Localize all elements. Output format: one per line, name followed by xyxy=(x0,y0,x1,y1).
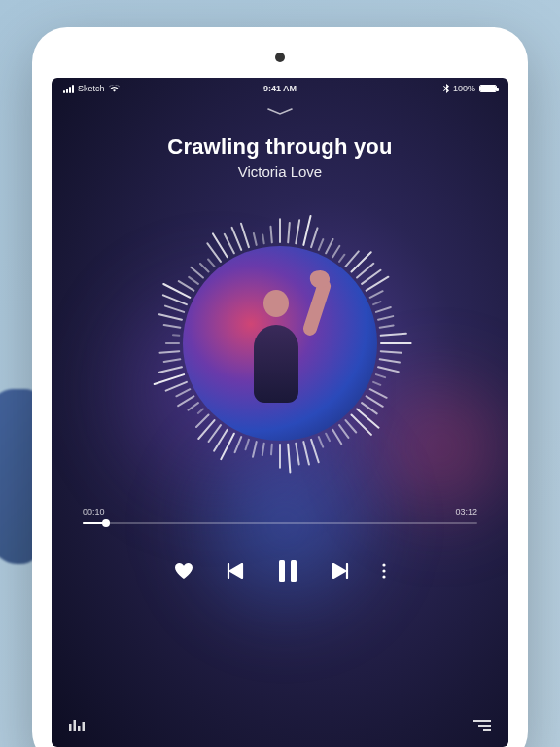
svg-line-53 xyxy=(178,396,193,406)
svg-line-70 xyxy=(200,264,209,272)
elapsed-time: 00:10 xyxy=(83,507,105,516)
svg-line-67 xyxy=(179,281,194,291)
svg-line-5 xyxy=(319,239,324,250)
svg-line-55 xyxy=(166,382,187,391)
collapse-button[interactable] xyxy=(52,103,508,121)
previous-button[interactable] xyxy=(227,563,244,579)
svg-line-79 xyxy=(271,227,272,243)
svg-line-45 xyxy=(235,437,242,452)
svg-line-33 xyxy=(332,430,341,445)
svg-line-25 xyxy=(373,382,380,385)
svg-rect-86 xyxy=(74,720,77,731)
svg-line-36 xyxy=(311,440,319,462)
svg-line-63 xyxy=(159,314,182,320)
pause-icon xyxy=(277,559,298,583)
svg-line-32 xyxy=(339,425,348,438)
svg-line-43 xyxy=(253,442,257,457)
svg-line-76 xyxy=(241,224,249,247)
svg-rect-87 xyxy=(78,726,81,731)
svg-line-14 xyxy=(370,291,383,298)
track-header: Crawling through you Victoria Love xyxy=(52,134,508,180)
svg-line-16 xyxy=(376,307,391,312)
status-left: Sketch xyxy=(63,84,120,93)
bluetooth-icon xyxy=(443,84,449,93)
playback-controls xyxy=(52,559,508,583)
svg-line-50 xyxy=(196,415,209,428)
heart-icon xyxy=(174,562,193,580)
svg-point-82 xyxy=(382,563,385,566)
battery-icon xyxy=(479,85,497,92)
svg-line-69 xyxy=(191,267,203,278)
svg-line-22 xyxy=(380,359,400,362)
status-bar: Sketch 9:41 AM 100% xyxy=(52,78,508,93)
svg-line-34 xyxy=(326,434,330,441)
svg-rect-88 xyxy=(83,722,86,731)
svg-line-39 xyxy=(288,445,290,473)
svg-line-52 xyxy=(189,403,198,410)
svg-line-56 xyxy=(155,374,184,384)
svg-line-23 xyxy=(378,367,399,372)
svg-line-27 xyxy=(367,396,383,407)
bottom-bar xyxy=(52,718,508,735)
svg-line-58 xyxy=(164,359,181,362)
progress-section: 00:10 03:12 xyxy=(83,507,477,524)
svg-rect-91 xyxy=(483,729,491,731)
album-art xyxy=(183,246,377,441)
svg-line-78 xyxy=(262,235,263,244)
status-time: 9:41 AM xyxy=(263,84,297,93)
svg-line-15 xyxy=(373,302,380,304)
svg-line-71 xyxy=(208,260,214,267)
svg-line-61 xyxy=(173,335,179,336)
svg-line-65 xyxy=(163,295,187,304)
status-right: 100% xyxy=(443,84,497,93)
svg-line-59 xyxy=(160,351,180,353)
svg-line-2 xyxy=(296,220,299,243)
svg-line-11 xyxy=(357,264,373,278)
svg-line-77 xyxy=(254,233,257,245)
svg-line-31 xyxy=(346,420,357,432)
signal-icon xyxy=(63,85,74,93)
svg-line-51 xyxy=(198,409,203,413)
svg-line-74 xyxy=(225,234,234,253)
svg-point-83 xyxy=(382,569,385,572)
tablet-camera xyxy=(275,53,285,62)
svg-line-54 xyxy=(176,389,190,396)
svg-line-64 xyxy=(165,306,184,312)
svg-line-37 xyxy=(303,442,309,465)
svg-point-84 xyxy=(382,575,385,578)
svg-line-19 xyxy=(381,334,406,336)
svg-rect-90 xyxy=(478,725,491,727)
menu-icon xyxy=(473,720,491,731)
svg-rect-89 xyxy=(473,720,491,722)
svg-line-6 xyxy=(326,239,332,253)
equalizer-icon xyxy=(69,718,85,731)
duration-time: 03:12 xyxy=(455,507,477,516)
battery-percent: 100% xyxy=(453,84,475,93)
chevron-down-icon xyxy=(266,107,294,117)
svg-line-57 xyxy=(159,367,182,373)
more-button[interactable] xyxy=(382,563,386,579)
like-button[interactable] xyxy=(174,562,193,580)
menu-button[interactable] xyxy=(473,718,491,735)
previous-icon xyxy=(227,563,244,579)
next-button[interactable] xyxy=(332,563,349,579)
album-figure xyxy=(232,276,320,403)
svg-line-35 xyxy=(319,437,323,447)
svg-line-3 xyxy=(303,216,310,245)
equalizer-button[interactable] xyxy=(69,718,85,735)
pause-button[interactable] xyxy=(277,559,298,583)
svg-line-17 xyxy=(378,316,393,320)
svg-line-4 xyxy=(311,228,317,247)
svg-line-68 xyxy=(189,277,198,284)
svg-line-75 xyxy=(232,228,242,250)
audio-visualizer xyxy=(144,207,416,480)
progress-slider[interactable] xyxy=(83,522,477,524)
svg-line-28 xyxy=(362,403,377,413)
svg-line-1 xyxy=(288,223,290,242)
wifi-icon xyxy=(109,85,120,92)
svg-line-41 xyxy=(271,445,272,455)
svg-line-24 xyxy=(376,374,385,377)
svg-line-8 xyxy=(339,255,344,262)
svg-line-44 xyxy=(246,440,249,449)
app-screen: Sketch 9:41 AM 100% Crawling through you… xyxy=(52,78,508,747)
